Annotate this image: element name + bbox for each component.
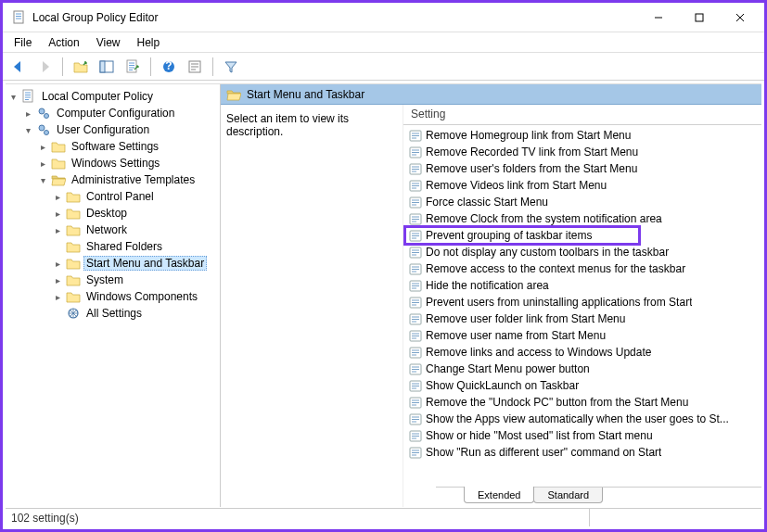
filter-button[interactable] <box>219 56 243 78</box>
minimize-button[interactable] <box>638 5 679 31</box>
setting-row[interactable]: Force classic Start Menu <box>403 194 761 210</box>
setting-row[interactable]: Show "Run as different user" command on … <box>403 444 761 461</box>
console-tree[interactable]: ▾ Local Computer Policy ▸ Computer Confi… <box>6 84 221 507</box>
setting-label: Remove Clock from the system notificatio… <box>426 212 662 225</box>
title-bar: Local Group Policy Editor <box>3 3 764 32</box>
folder-icon <box>66 272 81 287</box>
tree-administrative-templates[interactable]: ▾ Administrative Templates <box>6 171 220 188</box>
setting-label: Show QuickLaunch on Taskbar <box>426 379 579 392</box>
setting-row[interactable]: Remove user name from Start Menu <box>403 327 761 344</box>
setting-row[interactable]: Remove Clock from the system notificatio… <box>403 210 761 227</box>
setting-row[interactable]: Remove user folder link from Start Menu <box>403 310 761 327</box>
setting-icon <box>409 296 422 309</box>
setting-label: Remove access to the context menus for t… <box>426 262 685 275</box>
setting-row[interactable]: Remove Homegroup link from Start Menu <box>403 127 761 144</box>
caret-right-icon[interactable]: ▸ <box>37 142 48 152</box>
caret-right-icon[interactable]: ▸ <box>52 275 63 285</box>
close-button[interactable] <box>720 5 761 31</box>
setting-label: Remove user folder link from Start Menu <box>426 312 625 325</box>
export-list-button[interactable] <box>121 56 145 78</box>
tree-shared-folders[interactable]: Shared Folders <box>6 238 220 255</box>
folder-icon <box>51 156 66 171</box>
tree-all-settings[interactable]: All Settings <box>6 305 220 322</box>
setting-row[interactable]: Change Start Menu power button <box>403 361 761 377</box>
setting-icon <box>409 212 422 225</box>
caret-right-icon[interactable]: ▸ <box>22 108 33 119</box>
caret-right-icon[interactable]: ▸ <box>52 225 63 235</box>
tree-start-menu-taskbar[interactable]: ▸ Start Menu and Taskbar <box>6 255 220 272</box>
setting-row[interactable]: Prevent grouping of taskbar items <box>403 227 761 244</box>
column-header-setting[interactable]: Setting <box>403 105 761 125</box>
tab-standard[interactable]: Standard <box>533 488 603 503</box>
menu-action[interactable]: Action <box>41 34 86 51</box>
maximize-button[interactable] <box>679 5 720 31</box>
tree-system[interactable]: ▸ System <box>6 272 220 288</box>
svg-rect-6 <box>696 14 703 21</box>
setting-label: Remove the "Undock PC" button from the S… <box>426 396 688 409</box>
setting-icon <box>409 312 422 325</box>
setting-row[interactable]: Remove user's folders from the Start Men… <box>403 160 761 177</box>
back-button[interactable] <box>6 56 31 78</box>
tree-windows-components[interactable]: ▸ Windows Components <box>6 288 220 305</box>
svg-text:?: ? <box>165 59 172 72</box>
show-hide-tree-button[interactable] <box>95 56 119 78</box>
svg-rect-8 <box>100 61 105 72</box>
setting-icon <box>409 429 422 442</box>
caret-right-icon[interactable]: ▸ <box>52 259 63 269</box>
tree-network[interactable]: ▸ Network <box>6 222 220 238</box>
setting-icon <box>409 246 422 259</box>
setting-label: Remove Videos link from Start Menu <box>426 179 607 192</box>
caret-down-icon[interactable]: ▾ <box>37 175 48 185</box>
all-settings-icon <box>66 306 81 321</box>
caret-right-icon[interactable]: ▸ <box>37 158 48 169</box>
status-count: 102 setting(s) <box>11 512 79 525</box>
tree-user-configuration[interactable]: ▾ User Configuration <box>6 121 220 138</box>
forward-button[interactable] <box>32 56 57 78</box>
description-text: Select an item to view its description. <box>221 105 403 507</box>
folder-icon <box>66 239 81 254</box>
tree-desktop[interactable]: ▸ Desktop <box>6 205 220 222</box>
setting-row[interactable]: Do not display any custom toolbars in th… <box>403 244 761 260</box>
setting-row[interactable]: Remove the "Undock PC" button from the S… <box>403 394 761 411</box>
help-button[interactable]: ? <box>157 56 181 78</box>
menu-view[interactable]: View <box>89 34 128 51</box>
setting-row[interactable]: Remove Recorded TV link from Start Menu <box>403 144 761 160</box>
setting-icon <box>409 362 422 375</box>
caret-down-icon[interactable]: ▾ <box>22 125 33 135</box>
setting-label: Show the Apps view automatically when th… <box>426 412 729 425</box>
menu-file[interactable]: File <box>6 34 39 51</box>
tree-control-panel[interactable]: ▸ Control Panel <box>6 188 220 205</box>
tree-root[interactable]: ▾ Local Computer Policy <box>6 88 220 105</box>
setting-row[interactable]: Show the Apps view automatically when th… <box>403 411 761 427</box>
settings-list[interactable]: Remove Homegroup link from Start MenuRem… <box>403 125 761 507</box>
setting-label: Force classic Start Menu <box>426 196 548 209</box>
folder-icon <box>66 206 81 221</box>
setting-icon <box>409 396 422 409</box>
toolbar: ? <box>3 53 764 81</box>
setting-row[interactable]: Prevent users from uninstalling applicat… <box>403 294 761 310</box>
setting-label: Prevent grouping of taskbar items <box>426 229 592 242</box>
setting-row[interactable]: Remove links and access to Windows Updat… <box>403 344 761 361</box>
setting-label: Remove links and access to Windows Updat… <box>426 346 651 359</box>
up-button[interactable] <box>69 56 93 78</box>
caret-right-icon[interactable]: ▸ <box>52 292 63 302</box>
setting-icon <box>409 379 422 392</box>
caret-right-icon[interactable]: ▸ <box>52 209 63 219</box>
caret-right-icon[interactable]: ▸ <box>52 192 63 202</box>
setting-row[interactable]: Show or hide "Most used" list from Start… <box>403 427 761 444</box>
tree-windows-settings[interactable]: ▸ Windows Settings <box>6 155 220 171</box>
setting-row[interactable]: Hide the notification area <box>403 277 761 294</box>
setting-row[interactable]: Show QuickLaunch on Taskbar <box>403 377 761 394</box>
tab-extended[interactable]: Extended <box>464 487 534 503</box>
setting-icon <box>409 279 422 292</box>
setting-label: Remove user's folders from the Start Men… <box>426 162 637 175</box>
menu-help[interactable]: Help <box>130 34 168 51</box>
properties-button[interactable] <box>183 56 207 78</box>
tree-software-settings[interactable]: ▸ Software Settings <box>6 138 220 155</box>
caret-down-icon[interactable]: ▾ <box>7 92 19 102</box>
setting-row[interactable]: Remove Videos link from Start Menu <box>403 177 761 194</box>
tree-computer-configuration[interactable]: ▸ Computer Configuration <box>6 105 220 121</box>
setting-icon <box>409 196 422 209</box>
setting-icon <box>409 346 422 359</box>
setting-row[interactable]: Remove access to the context menus for t… <box>403 260 761 277</box>
